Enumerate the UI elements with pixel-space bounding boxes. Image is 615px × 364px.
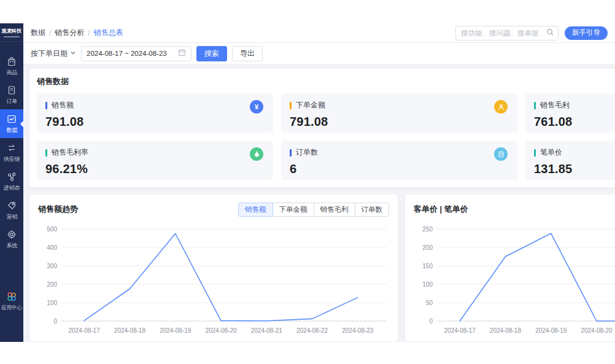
yen-circle-icon: ¥ xyxy=(250,100,263,114)
sidebar-item-orders[interactable]: 订单 xyxy=(0,80,23,109)
user-circle-icon xyxy=(494,100,508,114)
sidebar-item-label: 营销 xyxy=(6,213,17,220)
sales-data-panel: 销售数据 销售额 791.08 ¥ 下单金额 791.08 xyxy=(29,69,615,187)
date-range-input[interactable] xyxy=(87,50,174,57)
tab-order-count[interactable]: 订单数 xyxy=(355,203,390,217)
order-icon xyxy=(6,85,17,96)
svg-text:2024-08-23: 2024-08-23 xyxy=(342,327,374,334)
metric-label: 下单金额 xyxy=(296,100,325,110)
svg-text:400: 400 xyxy=(47,244,57,251)
svg-text:2024-08-17: 2024-08-17 xyxy=(69,327,101,334)
accent-bar xyxy=(290,149,292,157)
panel-title: 销售数据 xyxy=(37,76,615,87)
chart-title: 销售额趋势 xyxy=(38,204,78,215)
metric-grid: 销售额 791.08 ¥ 下单金额 791.08 xyxy=(37,93,615,180)
breadcrumb: 数据 / 销售分析 / 销售总表 xyxy=(31,28,123,38)
svg-text:2024-08-17: 2024-08-17 xyxy=(444,327,476,334)
svg-text:2024-08-21: 2024-08-21 xyxy=(251,327,283,334)
breadcrumb-sales-summary: 销售总表 xyxy=(94,28,123,38)
moneybag-circle-icon xyxy=(250,147,263,161)
sidebar-item-app-center[interactable]: 应用中心 xyxy=(0,287,23,316)
metric-value: 791.08 xyxy=(290,115,509,129)
metric-value: 6 xyxy=(290,162,509,176)
search-icon[interactable] xyxy=(546,28,554,39)
price-per-customer-card: 客单价 | 笔单价 0501001502002502024-08-172024-… xyxy=(405,195,615,341)
sidebar-item-label: 数据 xyxy=(6,126,17,134)
accent-bar xyxy=(45,102,47,109)
breadcrumb-separator: / xyxy=(88,29,90,37)
bag-icon xyxy=(6,56,17,67)
trend-metric-tabs: 销售额 下单金额 销售毛利 订单数 xyxy=(238,203,389,217)
supply-chain-icon xyxy=(6,142,17,153)
search-button[interactable]: 搜索 xyxy=(196,46,227,61)
svg-text:200: 200 xyxy=(47,281,57,288)
metric-label: 销售毛利 xyxy=(540,100,570,110)
accent-bar xyxy=(290,102,292,109)
sales-trend-chart: 01002003004005002024-08-172024-08-182024… xyxy=(38,220,389,337)
header-right: 新手引导 xyxy=(455,26,608,41)
metric-label: 笔单价 xyxy=(540,147,562,158)
sidebar-item-label: 进销存 xyxy=(3,184,20,192)
calendar-icon[interactable] xyxy=(178,48,186,59)
sidebar-item-label: 商品 xyxy=(6,69,17,76)
tab-gross-profit[interactable]: 销售毛利 xyxy=(314,203,355,217)
global-search[interactable] xyxy=(455,26,559,41)
guide-button[interactable]: 新手引导 xyxy=(565,26,608,40)
sidebar-item-label: 系统 xyxy=(6,242,17,249)
sidebar-item-supply-chain[interactable]: 供应链 xyxy=(0,138,23,167)
content-area: 销售数据 销售额 791.08 ¥ 下单金额 791.08 xyxy=(23,64,615,342)
sidebar-item-marketing[interactable]: 营销 xyxy=(0,196,23,225)
metric-card-gross-margin: 销售毛利率 96.21% xyxy=(37,141,273,180)
main-area: 数据 / 销售分析 / 销售总表 新手引导 按下单日期 xyxy=(23,23,615,342)
metric-label: 销售额 xyxy=(52,100,74,110)
sales-trend-card: 销售额趋势 销售额 下单金额 销售毛利 订单数 0100200300400500… xyxy=(29,195,398,341)
metric-value: 761.08 xyxy=(534,115,615,129)
svg-text:100: 100 xyxy=(47,300,57,306)
svg-text:2024-08-20: 2024-08-20 xyxy=(581,327,613,334)
breadcrumb-sales-analysis[interactable]: 销售分析 xyxy=(55,28,84,38)
accent-bar xyxy=(45,149,47,157)
brand-name: 观麦科技 xyxy=(2,28,21,34)
chevron-down-icon xyxy=(70,49,76,58)
app-window: 观麦科技 商品 订单 xyxy=(0,23,615,342)
top-header: 数据 / 销售分析 / 销售总表 新手引导 xyxy=(23,23,615,43)
sidebar-item-label: 供应链 xyxy=(3,155,20,163)
metric-label: 订单数 xyxy=(296,147,318,158)
metric-card-sales-amount: 销售额 791.08 ¥ xyxy=(37,93,273,133)
svg-text:250: 250 xyxy=(422,226,433,233)
system-icon xyxy=(6,229,17,240)
charts-row: 销售额趋势 销售额 下单金额 销售毛利 订单数 0100200300400500… xyxy=(29,195,615,341)
marketing-icon xyxy=(6,200,17,211)
sidebar-item-data[interactable]: 数据 xyxy=(0,109,23,138)
svg-text:2024-08-22: 2024-08-22 xyxy=(296,327,328,334)
svg-text:0: 0 xyxy=(53,318,57,325)
svg-text:2024-08-18: 2024-08-18 xyxy=(114,327,146,334)
date-type-select[interactable]: 按下单日期 xyxy=(31,48,76,59)
svg-text:200: 200 xyxy=(422,244,433,251)
svg-text:300: 300 xyxy=(47,263,57,269)
breadcrumb-data[interactable]: 数据 xyxy=(31,28,45,38)
tab-order-amount[interactable]: 下单金额 xyxy=(273,203,314,217)
export-button[interactable]: 导出 xyxy=(232,46,263,61)
app-center-icon xyxy=(6,291,17,302)
brand-tagline xyxy=(4,36,20,37)
svg-text:2024-08-18: 2024-08-18 xyxy=(490,327,522,334)
date-range-picker[interactable] xyxy=(81,46,191,61)
sidebar-item-inventory[interactable]: 进销存 xyxy=(0,167,23,196)
tab-sales-amount[interactable]: 销售额 xyxy=(238,203,273,217)
metric-card-order-count: 订单数 6 xyxy=(281,141,517,180)
svg-text:0: 0 xyxy=(429,318,433,325)
sidebar-menu: 商品 订单 数据 xyxy=(0,52,23,316)
browser-top-gap xyxy=(0,0,615,23)
sidebar-item-label: 应用中心 xyxy=(1,304,22,311)
search-input[interactable] xyxy=(461,29,546,37)
metric-value: 131.85 xyxy=(534,162,615,176)
chart-title: 客单价 | 笔单价 xyxy=(414,204,468,215)
sidebar-item-system[interactable]: 系统 xyxy=(0,225,23,254)
metric-card-avg-order-value: 笔单价 131.85 ¥ xyxy=(525,141,615,180)
metric-value: 791.08 xyxy=(45,115,265,129)
inventory-icon xyxy=(6,171,17,182)
date-type-label: 按下单日期 xyxy=(31,48,68,59)
sidebar-item-goods[interactable]: 商品 xyxy=(0,52,23,80)
svg-text:50: 50 xyxy=(426,300,433,306)
